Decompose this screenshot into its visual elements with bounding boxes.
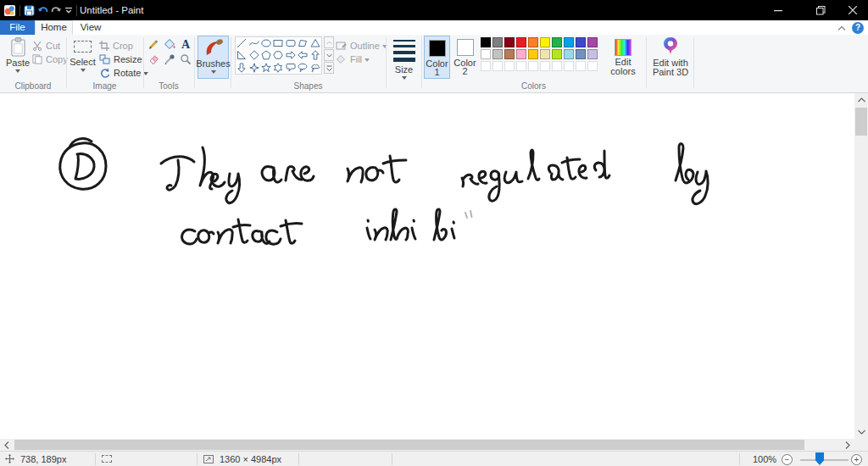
palette-swatch[interactable] — [516, 37, 526, 47]
palette-swatch[interactable] — [492, 37, 503, 47]
palette-swatch[interactable] — [552, 37, 562, 47]
shape-six-point-star[interactable] — [273, 63, 283, 73]
shape-pentagon[interactable] — [261, 50, 271, 60]
shape-ellipse[interactable] — [261, 38, 271, 48]
palette-swatch-empty[interactable] — [576, 61, 586, 71]
palette-swatch[interactable] — [552, 49, 562, 59]
palette-swatch-empty[interactable] — [587, 61, 598, 71]
horizontal-scrollbar[interactable] — [0, 439, 854, 451]
shapes-scroll-up-icon[interactable] — [324, 36, 334, 48]
shape-four-point-star[interactable] — [249, 63, 259, 73]
shape-up-arrow[interactable] — [310, 50, 320, 60]
size-button[interactable]: Size — [389, 36, 419, 79]
copy-button[interactable]: Copy — [32, 53, 68, 65]
zoom-slider-track[interactable] — [800, 459, 849, 461]
cut-button[interactable]: Cut — [32, 39, 60, 52]
scroll-right-icon[interactable] — [841, 439, 854, 451]
shapes-scroll-down-icon[interactable] — [324, 49, 334, 61]
tab-view[interactable]: View — [73, 20, 108, 35]
brushes-button[interactable]: Brushes — [198, 36, 229, 79]
palette-swatch[interactable] — [540, 37, 550, 47]
palette-swatch[interactable] — [564, 37, 574, 47]
palette-swatch[interactable] — [504, 49, 515, 59]
color-picker-icon[interactable] — [164, 53, 175, 65]
minimize-button[interactable] — [759, 0, 797, 20]
edit-with-paint3d-button[interactable]: Edit with Paint 3D — [649, 36, 692, 79]
palette-swatch[interactable] — [576, 49, 586, 59]
scroll-left-icon[interactable] — [0, 439, 14, 451]
shape-right-arrow[interactable] — [286, 50, 296, 60]
palette-swatch[interactable] — [528, 37, 538, 47]
tab-file[interactable]: File — [0, 20, 35, 35]
scroll-up-icon[interactable] — [854, 93, 868, 107]
shape-rounded-callout[interactable] — [286, 63, 296, 73]
zoom-in-button[interactable]: + — [851, 454, 862, 465]
palette-swatch[interactable] — [576, 37, 586, 47]
palette-swatch[interactable] — [504, 37, 515, 47]
canvas[interactable] — [0, 93, 854, 439]
rotate-button[interactable]: Rotate — [99, 66, 148, 79]
palette-swatch[interactable] — [481, 49, 491, 59]
shape-five-point-star[interactable] — [261, 63, 271, 73]
shape-rounded-rectangle[interactable] — [286, 38, 296, 48]
palette-swatch-empty[interactable] — [552, 61, 562, 71]
horizontal-scroll-thumb[interactable] — [14, 440, 804, 450]
eraser-icon[interactable] — [147, 53, 159, 65]
zoom-out-button[interactable]: − — [782, 454, 793, 465]
vertical-scroll-thumb[interactable] — [855, 108, 867, 136]
zoom-slider-thumb[interactable] — [815, 452, 824, 465]
edit-colors-button[interactable]: Edit colors — [602, 36, 644, 79]
magnifier-icon[interactable] — [180, 53, 192, 65]
palette-swatch-empty[interactable] — [516, 61, 526, 71]
minimize-ribbon-icon[interactable] — [837, 25, 846, 31]
shape-line[interactable] — [236, 38, 247, 48]
shape-right-triangle[interactable] — [236, 50, 247, 60]
palette-swatch-empty[interactable] — [528, 61, 538, 71]
shapes-expand-icon[interactable] — [324, 62, 334, 74]
palette-swatch[interactable] — [481, 37, 491, 47]
shape-down-arrow[interactable] — [236, 63, 247, 73]
undo-icon[interactable] — [37, 5, 48, 15]
shape-left-arrow[interactable] — [298, 50, 308, 60]
shape-diamond[interactable] — [249, 50, 259, 60]
select-button[interactable]: Select — [70, 36, 96, 79]
text-icon[interactable]: A — [180, 38, 192, 50]
shape-oval-callout[interactable] — [298, 63, 308, 73]
redo-icon[interactable] — [51, 5, 62, 15]
paint-app-icon[interactable] — [3, 4, 16, 17]
shape-curve[interactable] — [249, 38, 259, 48]
resize-button[interactable]: Resize — [99, 53, 142, 65]
crop-button[interactable]: Crop — [99, 39, 133, 52]
palette-swatch[interactable] — [492, 49, 503, 59]
palette-swatch[interactable] — [587, 37, 598, 47]
palette-swatch-empty[interactable] — [481, 61, 491, 71]
scroll-down-icon[interactable] — [854, 425, 868, 439]
shape-hexagon[interactable] — [273, 50, 283, 60]
customize-quick-access-icon[interactable] — [64, 7, 73, 14]
save-icon[interactable] — [24, 5, 35, 16]
tab-home[interactable]: Home — [35, 20, 73, 35]
shape-polygon[interactable] — [298, 38, 308, 48]
paste-button[interactable]: Paste — [5, 36, 31, 79]
color1-button[interactable]: Color 1 — [424, 36, 450, 79]
fill-icon[interactable] — [164, 38, 175, 50]
palette-swatch-empty[interactable] — [492, 61, 503, 71]
fill-button[interactable]: Fill — [336, 53, 370, 65]
color2-button[interactable]: Color 2 — [452, 36, 478, 79]
palette-swatch[interactable] — [540, 49, 550, 59]
palette-swatch[interactable] — [516, 49, 526, 59]
palette-swatch[interactable] — [564, 49, 574, 59]
vertical-scrollbar[interactable] — [854, 93, 868, 439]
shape-rectangle[interactable] — [273, 38, 283, 48]
help-icon[interactable]: ? — [852, 22, 864, 34]
close-button[interactable] — [833, 0, 868, 20]
palette-swatch-empty[interactable] — [504, 61, 515, 71]
palette-swatch[interactable] — [587, 49, 598, 59]
outline-button[interactable]: Outline — [336, 39, 387, 52]
palette-swatch-empty[interactable] — [564, 61, 574, 71]
pencil-icon[interactable] — [147, 38, 159, 50]
palette-swatch[interactable] — [528, 49, 538, 59]
palette-swatch-empty[interactable] — [540, 61, 550, 71]
shape-triangle[interactable] — [310, 38, 320, 48]
shape-cloud-callout[interactable] — [310, 63, 320, 73]
